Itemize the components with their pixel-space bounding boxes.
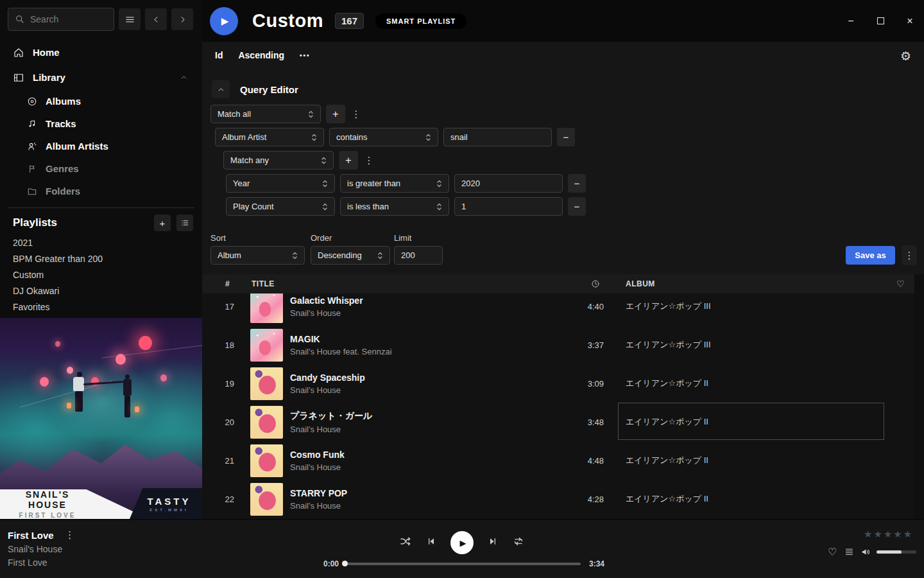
rule-operator-select[interactable]: is less than (340, 197, 449, 216)
query-editor-collapse-button[interactable] (212, 80, 230, 98)
save-as-button[interactable]: Save as (846, 246, 895, 265)
seek-bar-knob[interactable] (342, 561, 348, 566)
previous-track-button[interactable] (426, 536, 436, 549)
sidebar-item-label: Home (33, 47, 60, 58)
limit-input[interactable] (394, 246, 443, 265)
shuffle-icon (399, 535, 412, 548)
sidebar-item-genres[interactable]: Genres (0, 157, 202, 180)
rule-field-select[interactable]: Play Count (226, 197, 335, 216)
chevron-up-icon[interactable] (180, 73, 188, 82)
column-header-number[interactable]: # (225, 279, 230, 288)
rule-operator-select[interactable]: contains (329, 128, 438, 146)
play-playlist-button[interactable]: ▶ (210, 7, 238, 35)
sort-select[interactable]: Album (210, 246, 305, 265)
playlist-item[interactable]: DJ Okawari (0, 283, 202, 299)
favorite-column-heart-icon[interactable]: ♡ (896, 279, 905, 289)
maximize-icon (877, 17, 884, 24)
table-row[interactable]: 20プラネット・ガールSnail's House3:48エイリアン☆ポップ II (202, 403, 914, 441)
order-select[interactable]: Descending (311, 246, 390, 265)
queue-button[interactable] (844, 547, 854, 559)
nav-back-button[interactable] (145, 8, 167, 30)
star-icon[interactable]: ★ (864, 529, 873, 539)
volume-mute-button[interactable] (860, 547, 871, 560)
home-icon (13, 47, 24, 58)
table-row[interactable]: 21Cosmo FunkSnail's House4:48エイリアン☆ポップ I… (202, 441, 914, 480)
star-icon[interactable]: ★ (893, 529, 903, 539)
window-minimize-button[interactable]: − (846, 15, 856, 27)
playlist-item[interactable]: BPM Greater than 200 (0, 251, 202, 267)
sidebar-item-tracks[interactable]: Tracks (0, 112, 202, 135)
search-input[interactable] (30, 14, 101, 24)
column-header-album[interactable]: ALBUM (626, 279, 655, 288)
track-album: エイリアン☆ポップ III (626, 339, 711, 351)
remove-rule-button[interactable]: − (568, 174, 586, 193)
remove-rule-button[interactable]: − (557, 128, 575, 146)
rating-stars[interactable]: ★★★★★ (864, 529, 913, 540)
settings-gear-button[interactable]: ⚙ (900, 49, 911, 64)
order-label: Order (311, 233, 332, 243)
rule-value-input[interactable] (454, 174, 563, 193)
shuffle-button[interactable] (399, 535, 412, 550)
track-title: Cosmo Funk (290, 450, 345, 460)
menu-button[interactable] (119, 8, 141, 30)
select-chevrons-icon (292, 251, 298, 260)
play-icon: ▶ (460, 538, 466, 548)
window-close-button[interactable]: × (905, 15, 915, 27)
save-options-kebab-button[interactable]: ⋮ (902, 245, 917, 265)
sort-field-button[interactable]: Id (215, 50, 223, 60)
volume-slider[interactable] (877, 550, 916, 554)
sidebar-item-library[interactable]: Library (0, 65, 202, 90)
table-row[interactable]: 17Galactic WhisperSnail's House4:40エイリアン… (202, 293, 914, 326)
group-kebab-button[interactable]: ⋮ (350, 109, 362, 120)
column-header-title[interactable]: TITLE (252, 279, 275, 288)
add-rule-button[interactable]: + (339, 151, 358, 170)
star-icon[interactable]: ★ (903, 529, 913, 539)
more-options-button[interactable]: ••• (300, 52, 311, 59)
table-row[interactable]: 18MAGIKSnail's House feat. Sennzai3:37エイ… (202, 326, 914, 364)
match-mode-select[interactable]: Match any (223, 151, 334, 170)
playlist-options-button[interactable] (176, 215, 193, 231)
sort-direction-button[interactable]: Ascending (238, 50, 284, 60)
rule-field-select[interactable]: Album Artist (215, 128, 324, 146)
remove-rule-button[interactable]: − (568, 197, 586, 216)
nav-forward-button[interactable] (171, 8, 193, 30)
rule-field-select[interactable]: Year (226, 174, 335, 193)
match-mode-select[interactable]: Match all (210, 105, 321, 123)
scrollbar-track[interactable] (914, 274, 924, 519)
play-pause-button[interactable]: ▶ (450, 531, 474, 554)
search-box[interactable] (8, 8, 114, 31)
duration-column-clock-icon[interactable] (591, 279, 600, 290)
favorite-heart-button[interactable]: ♡ (828, 546, 837, 558)
table-row[interactable]: 22STARRY POPSnail's House4:28エイリアン☆ポップ I… (202, 480, 914, 518)
sidebar-item-folders[interactable]: Folders (0, 180, 202, 202)
rule-value-input[interactable] (443, 128, 552, 146)
playlist-item[interactable]: Favorites (0, 299, 202, 315)
track-duration: 3:37 (536, 340, 604, 350)
now-playing-kebab-button[interactable]: ⋮ (64, 529, 76, 541)
playlist-item[interactable]: 2021 (0, 235, 202, 251)
add-playlist-button[interactable]: + (154, 215, 171, 231)
album-art-thumbnail (250, 483, 283, 516)
album-art-thumbnail (250, 329, 283, 362)
repeat-button[interactable] (512, 535, 525, 550)
star-icon[interactable]: ★ (873, 529, 883, 539)
sidebar-item-albums[interactable]: Albums (0, 90, 202, 112)
window-maximize-button[interactable] (875, 15, 886, 27)
track-album: エイリアン☆ポップ II (626, 416, 708, 428)
sidebar-item-album-artists[interactable]: Album Artists (0, 135, 202, 157)
sidebar-item-home[interactable]: Home (0, 40, 202, 65)
seek-bar[interactable] (343, 563, 581, 565)
table-row[interactable]: 19Candy SpaceshipSnail's House3:09エイリアン☆… (202, 364, 914, 403)
next-track-button[interactable] (488, 536, 498, 549)
rule-value-input[interactable] (454, 197, 563, 216)
table-header: # TITLE ALBUM ♡ (202, 274, 914, 293)
add-rule-button[interactable]: + (326, 105, 345, 123)
playlist-item[interactable]: Custom (0, 267, 202, 283)
rule-operator-select[interactable]: is greater than (340, 174, 449, 193)
group-kebab-button[interactable]: ⋮ (363, 155, 375, 166)
album-art-thumbnail (250, 406, 283, 439)
app-window: Home Library Albums Tracks Album Artists… (0, 0, 924, 519)
track-list: 17Galactic WhisperSnail's House4:40エイリアン… (202, 293, 914, 519)
track-title: STARRY POP (290, 488, 347, 498)
star-icon[interactable]: ★ (884, 529, 893, 539)
